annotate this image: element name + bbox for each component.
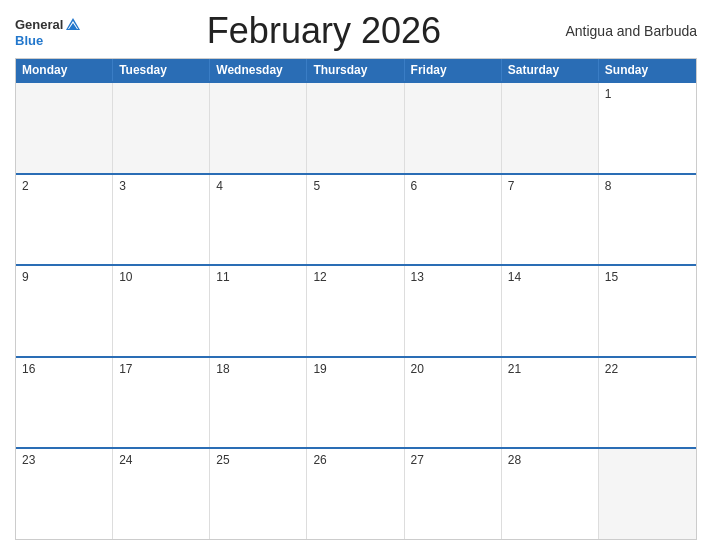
day-cell-w5-d1: 23 [16, 449, 113, 539]
day-number: 23 [22, 453, 35, 467]
day-cell-w5-d6: 28 [502, 449, 599, 539]
day-cell-w1-d7: 1 [599, 83, 696, 173]
day-number: 19 [313, 362, 326, 376]
logo-general: General [15, 18, 63, 31]
logo: General Blue [15, 16, 82, 47]
day-number: 5 [313, 179, 320, 193]
day-cell-w2-d2: 3 [113, 175, 210, 265]
day-cell-w3-d1: 9 [16, 266, 113, 356]
day-number: 9 [22, 270, 29, 284]
calendar-page: General Blue February 2026 Antigua and B… [0, 0, 712, 550]
day-number: 10 [119, 270, 132, 284]
day-number: 18 [216, 362, 229, 376]
day-cell-w2-d3: 4 [210, 175, 307, 265]
day-number: 17 [119, 362, 132, 376]
day-cell-w4-d4: 19 [307, 358, 404, 448]
day-cell-w5-d2: 24 [113, 449, 210, 539]
day-cell-w3-d3: 11 [210, 266, 307, 356]
week-row-5: 232425262728 [16, 447, 696, 539]
day-number: 2 [22, 179, 29, 193]
header-friday: Friday [405, 59, 502, 81]
day-number: 8 [605, 179, 612, 193]
week-row-2: 2345678 [16, 173, 696, 265]
day-cell-w1-d4 [307, 83, 404, 173]
day-cell-w3-d2: 10 [113, 266, 210, 356]
day-cell-w4-d3: 18 [210, 358, 307, 448]
day-number: 4 [216, 179, 223, 193]
day-cell-w2-d7: 8 [599, 175, 696, 265]
day-cell-w1-d1 [16, 83, 113, 173]
weeks-container: 1234567891011121314151617181920212223242… [16, 81, 696, 539]
header: General Blue February 2026 Antigua and B… [15, 10, 697, 58]
week-row-4: 16171819202122 [16, 356, 696, 448]
day-number: 6 [411, 179, 418, 193]
day-number: 15 [605, 270, 618, 284]
day-cell-w5-d5: 27 [405, 449, 502, 539]
day-number: 12 [313, 270, 326, 284]
day-number: 11 [216, 270, 229, 284]
week-row-3: 9101112131415 [16, 264, 696, 356]
day-number: 25 [216, 453, 229, 467]
day-cell-w4-d2: 17 [113, 358, 210, 448]
day-number: 21 [508, 362, 521, 376]
day-cell-w2-d1: 2 [16, 175, 113, 265]
day-cell-w4-d5: 20 [405, 358, 502, 448]
day-number: 28 [508, 453, 521, 467]
day-cell-w5-d3: 25 [210, 449, 307, 539]
day-number: 7 [508, 179, 515, 193]
day-cell-w4-d1: 16 [16, 358, 113, 448]
logo-blue: Blue [15, 34, 82, 47]
day-cell-w3-d7: 15 [599, 266, 696, 356]
day-cell-w1-d5 [405, 83, 502, 173]
calendar-grid: Monday Tuesday Wednesday Thursday Friday… [15, 58, 697, 540]
day-cell-w4-d6: 21 [502, 358, 599, 448]
day-cell-w4-d7: 22 [599, 358, 696, 448]
day-number: 14 [508, 270, 521, 284]
day-cell-w1-d6 [502, 83, 599, 173]
week-row-1: 1 [16, 81, 696, 173]
day-number: 22 [605, 362, 618, 376]
header-sunday: Sunday [599, 59, 696, 81]
header-tuesday: Tuesday [113, 59, 210, 81]
header-saturday: Saturday [502, 59, 599, 81]
day-cell-w5-d4: 26 [307, 449, 404, 539]
header-monday: Monday [16, 59, 113, 81]
day-cell-w5-d7 [599, 449, 696, 539]
day-number: 27 [411, 453, 424, 467]
day-number: 20 [411, 362, 424, 376]
logo-icon [64, 16, 82, 34]
day-cell-w2-d4: 5 [307, 175, 404, 265]
day-cell-w3-d4: 12 [307, 266, 404, 356]
day-number: 3 [119, 179, 126, 193]
day-number: 13 [411, 270, 424, 284]
day-number: 24 [119, 453, 132, 467]
header-wednesday: Wednesday [210, 59, 307, 81]
day-cell-w3-d5: 13 [405, 266, 502, 356]
day-number: 1 [605, 87, 612, 101]
day-number: 16 [22, 362, 35, 376]
day-cell-w1-d3 [210, 83, 307, 173]
header-thursday: Thursday [307, 59, 404, 81]
day-cell-w1-d2 [113, 83, 210, 173]
day-cell-w2-d6: 7 [502, 175, 599, 265]
day-headers-row: Monday Tuesday Wednesday Thursday Friday… [16, 59, 696, 81]
day-number: 26 [313, 453, 326, 467]
day-cell-w3-d6: 14 [502, 266, 599, 356]
day-cell-w2-d5: 6 [405, 175, 502, 265]
calendar-title: February 2026 [82, 10, 565, 52]
country-label: Antigua and Barbuda [565, 23, 697, 39]
